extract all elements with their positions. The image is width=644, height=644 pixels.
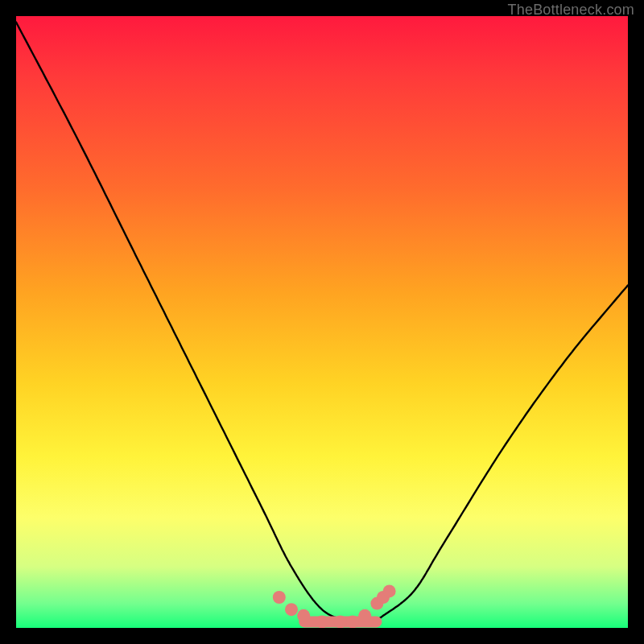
trough-marker (358, 609, 371, 622)
bottleneck-chart-svg (16, 16, 628, 628)
trough-marker (297, 609, 310, 622)
trough-marker (346, 615, 359, 628)
chart-frame: TheBottleneck.com (0, 0, 644, 644)
trough-marker (285, 603, 298, 616)
trough-marker (334, 615, 347, 628)
trough-marker (316, 615, 328, 628)
plot-area (16, 16, 628, 628)
curve-path (16, 23, 628, 623)
trough-marker (383, 584, 396, 597)
trough-marker (273, 591, 286, 604)
marker-cluster (273, 584, 396, 628)
curve-series (16, 23, 628, 623)
